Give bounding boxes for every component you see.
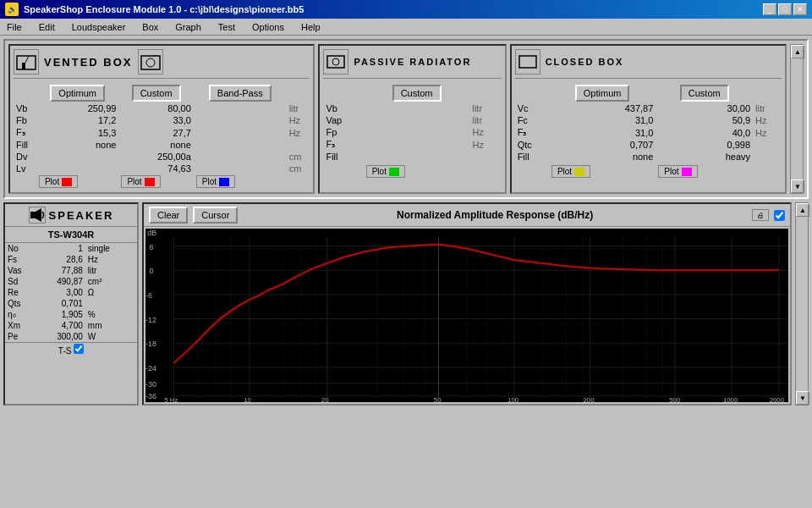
graph-title: Normalized Amplitude Response (dB/Hz) — [243, 209, 747, 221]
passive-title: PASSIVE RADIATOR — [354, 57, 471, 67]
menu-help[interactable]: Help — [298, 21, 324, 33]
table-row: F₃ 15,3 27,7 Hz — [14, 126, 310, 139]
closed-plot2-color — [682, 168, 692, 176]
svg-text:5 Hz: 5 Hz — [164, 396, 178, 402]
fb-label: Fb — [14, 114, 36, 126]
clear-button[interactable]: Clear — [149, 207, 188, 224]
passive-plot-color — [389, 168, 399, 176]
close-button[interactable]: ✕ — [793, 3, 807, 15]
window-controls: _ □ ✕ — [763, 3, 807, 15]
svg-marker-9 — [36, 208, 41, 222]
closed-plot1-btn[interactable]: Plot — [551, 165, 590, 178]
vented-plot1-btn[interactable]: Plot — [39, 175, 78, 188]
speaker-params-table: No 1 single Fs 28,6 Hz Vas 77,88 litr Sd — [5, 243, 137, 342]
graph-toolbar: Clear Cursor Normalized Amplitude Respon… — [144, 204, 790, 227]
scrollbar-right-main[interactable]: ▲ ▼ — [795, 202, 809, 406]
svg-line-2 — [25, 56, 29, 63]
svg-point-6 — [332, 58, 339, 65]
svg-text:-36: -36 — [145, 392, 156, 400]
closed-custom-btn[interactable]: Custom — [680, 85, 729, 102]
f3-label: F₃ — [14, 126, 36, 139]
table-row: F₃ 31,0 40,0 Hz — [515, 126, 782, 139]
svg-text:-12: -12 — [145, 316, 156, 324]
vented-custom-btn[interactable]: Custom — [132, 85, 181, 102]
svg-text:dB: dB — [147, 229, 156, 238]
table-row: Fc 31,0 50,9 Hz — [515, 114, 782, 126]
svg-text:0: 0 — [149, 268, 153, 276]
speaker-panel: SPEAKER TS-W304R No 1 single Fs 28,6 Hz … — [3, 202, 139, 406]
svg-text:20: 20 — [321, 396, 329, 402]
bottom-section: SPEAKER TS-W304R No 1 single Fs 28,6 Hz … — [3, 202, 809, 406]
svg-rect-1 — [22, 63, 25, 69]
vented-optimum-btn[interactable]: Optimum — [50, 85, 105, 102]
dv-label: Dv — [14, 151, 36, 163]
vented-plot3-btn[interactable]: Plot — [196, 175, 235, 188]
cursor-button[interactable]: Cursor — [193, 207, 238, 224]
passive-icon — [323, 49, 348, 75]
scroll-down-arrow[interactable]: ▼ — [791, 179, 804, 193]
vb-custom: 80,00 — [118, 102, 193, 114]
scroll-up-arrow2[interactable]: ▲ — [796, 203, 809, 217]
table-row: Vb 250,99 80,00 litr — [14, 102, 310, 114]
scrollbar-right[interactable]: ▲ ▼ — [790, 44, 804, 194]
svg-rect-3 — [141, 56, 160, 69]
passive-plot1-btn[interactable]: Plot — [366, 165, 405, 178]
ts-checkbox[interactable] — [74, 344, 84, 354]
passive-custom-btn[interactable]: Custom — [392, 85, 442, 102]
table-row: Xm 4,700 mm — [5, 320, 137, 331]
svg-rect-7 — [519, 56, 536, 68]
table-row: Fs 28,6 Hz — [5, 254, 137, 265]
plot-row: Plot Plot — [515, 164, 782, 179]
menu-file[interactable]: File — [3, 21, 25, 33]
window-title: SpeakerShop Enclosure Module 1.0 - c:\jb… — [24, 4, 304, 14]
scroll-up-arrow[interactable]: ▲ — [791, 45, 804, 58]
fb-optimum: 17,2 — [36, 114, 118, 126]
maximize-button[interactable]: □ — [778, 3, 792, 15]
menu-loudspeaker[interactable]: Loudspeaker — [69, 21, 129, 33]
svg-text:50: 50 — [434, 396, 442, 402]
svg-text:100: 100 — [508, 396, 518, 402]
table-row: Sd 490,87 cm² — [5, 276, 137, 287]
closed-header: CLOSED BOX — [515, 49, 782, 79]
svg-rect-8 — [30, 212, 36, 218]
svg-text:500: 500 — [669, 396, 680, 402]
table-row: Vb litr — [323, 102, 501, 114]
top-section: VENTED BOX Optimum Custom Band-Pass — [3, 39, 809, 199]
menu-graph[interactable]: Graph — [172, 21, 205, 33]
closed-plot2-btn[interactable]: Plot — [658, 165, 697, 178]
vented-bandpass-btn[interactable]: Band-Pass — [209, 85, 272, 102]
vented-plot2-btn[interactable]: Plot — [121, 175, 160, 188]
menu-options[interactable]: Options — [249, 21, 288, 33]
vb-unit: litr — [287, 102, 310, 114]
fill-label: Fill — [14, 139, 36, 151]
closed-optimum-btn[interactable]: Optimum — [575, 85, 630, 102]
svg-text:-18: -18 — [145, 340, 156, 349]
plot2-label: Plot — [127, 177, 141, 186]
closed-icon — [515, 49, 540, 75]
lv-label: Lv — [14, 163, 36, 174]
svg-text:2000: 2000 — [770, 396, 784, 402]
scroll-track2 — [796, 217, 808, 391]
table-row: No 1 single — [5, 243, 137, 254]
table-row: Fill — [323, 151, 501, 163]
menu-edit[interactable]: Edit — [36, 21, 58, 33]
table-row: Qtc 0,707 0,998 — [515, 139, 782, 151]
graph-area: dB 6 0 -6 -12 -18 -24 -30 -36 — [145, 229, 788, 402]
svg-text:200: 200 — [583, 396, 594, 402]
table-row: Re 3,00 Ω — [5, 287, 137, 298]
scroll-down-arrow2[interactable]: ▼ — [796, 391, 809, 405]
minimize-button[interactable]: _ — [763, 3, 776, 15]
plot1-label: Plot — [45, 177, 59, 186]
graph-checkbox[interactable] — [774, 210, 785, 221]
menu-test[interactable]: Test — [215, 21, 239, 33]
vented-header: VENTED BOX — [14, 49, 310, 79]
menu-box[interactable]: Box — [139, 21, 162, 33]
vented-title: VENTED BOX — [44, 56, 133, 69]
closed-table: Optimum Custom Vc 437,87 30,00 litr Fc 3… — [515, 84, 782, 179]
speaker-title: SPEAKER — [49, 209, 114, 222]
closed-plot1-color — [574, 168, 584, 176]
table-row: Qts 0,701 — [5, 298, 137, 309]
table-row: Vap litr — [323, 114, 501, 126]
graph-icon: 🖨 — [752, 209, 769, 221]
table-row: Fill none heavy — [515, 151, 782, 163]
